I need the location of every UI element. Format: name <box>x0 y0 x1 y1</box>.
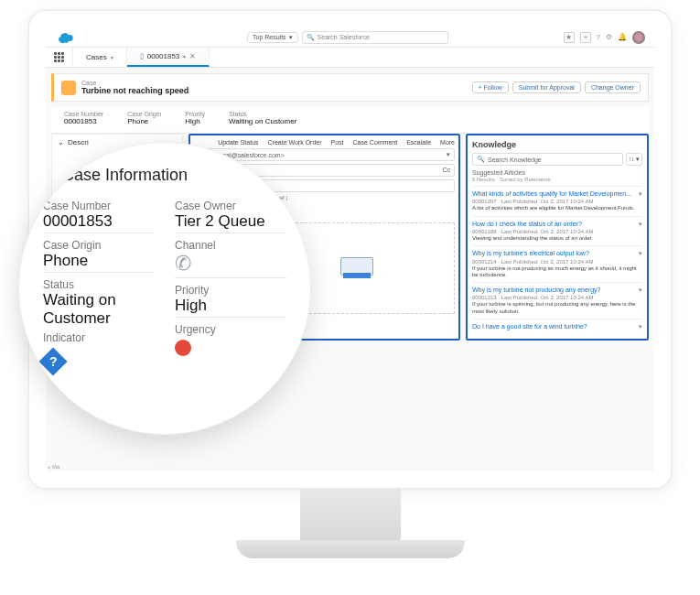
knowledge-panel: Knowledge 🔍Search Knowledge ↑↓ ▾ Suggest… <box>466 134 649 341</box>
add-icon[interactable]: ＋ <box>580 32 591 43</box>
tab-cases[interactable]: Cases▾ <box>73 48 127 67</box>
global-search-input[interactable]: 🔍Search Salesforce <box>302 31 448 44</box>
article-link[interactable]: Why is my turbine's electrical output lo… <box>472 250 642 257</box>
chevron-down-icon: ⌄ <box>58 138 64 146</box>
knowledge-article[interactable]: Why is my turbine's electrical output lo… <box>472 245 642 282</box>
lens-indicator-label: Indicator <box>43 331 155 344</box>
article-desc: A list of activities which are eligible … <box>472 205 642 211</box>
search-icon: 🔍 <box>307 34 315 41</box>
knowledge-article[interactable]: Do I have a good site for a wind turbine… <box>472 319 642 334</box>
quick-actions: Update Status Create Work Order Post Cas… <box>194 139 455 146</box>
suggested-label: Suggested Articles <box>472 169 642 176</box>
app-launcher-icon[interactable] <box>46 48 73 67</box>
lens-priority-label: Priority <box>175 284 286 297</box>
file-thumbnail-icon <box>340 257 373 276</box>
page-title: Turbine not reaching speed <box>81 86 188 95</box>
lens-urgency-label: Urgency <box>175 323 286 336</box>
action-more[interactable]: More <box>440 139 455 146</box>
priority-value: High <box>185 117 205 125</box>
lens-owner-label: Case Owner <box>175 200 286 212</box>
knowledge-article[interactable]: What kinds of activities qualify for Mar… <box>472 186 642 216</box>
tab-record-label: 00001853 <box>147 52 180 60</box>
knowledge-sort-button[interactable]: ↑↓ ▾ <box>626 153 642 166</box>
origin-value: Phone <box>127 117 161 125</box>
search-scope-dropdown[interactable]: Top Results▾ <box>247 32 298 43</box>
knowledge-search-input[interactable]: 🔍Search Knowledge <box>472 153 623 166</box>
urgency-dot-icon <box>175 340 191 356</box>
case-number-label: Case Number <box>64 111 103 117</box>
action-escalate[interactable]: Escalate <box>406 139 431 146</box>
article-link[interactable]: What kinds of activities qualify for Mar… <box>472 190 642 198</box>
zoom-lens: ⌄Case Information Case Number 00001853 C… <box>18 142 311 435</box>
record-header: Case Turbine not reaching speed + Follow… <box>51 73 649 102</box>
nav-tabs: Cases▾ ▯ 00001853 ▾ ✕ <box>46 48 654 68</box>
knowledge-article[interactable]: How do I check the status of an order?00… <box>472 216 642 246</box>
cc-label: Cc <box>442 167 450 173</box>
monitor-base <box>236 540 465 558</box>
lens-owner-value: Tier 2 Queue <box>175 212 286 233</box>
status-label: Status <box>229 111 296 117</box>
knowledge-title: Knowledge <box>472 140 642 149</box>
attached-file[interactable] <box>340 257 373 279</box>
change-owner-button[interactable]: Change Owner <box>585 81 641 93</box>
footer-text: » Ma <box>48 464 59 470</box>
notifications-icon[interactable]: 🔔 <box>618 33 627 41</box>
tab-cases-label: Cases <box>86 53 107 61</box>
follow-button[interactable]: + Follow <box>472 81 509 93</box>
article-meta: 00001213 · Last Published: Oct 2, 2017 1… <box>472 295 642 300</box>
article-meta: 00001207 · Last Published: Oct 2, 2017 1… <box>472 199 642 204</box>
lens-case-number-label: Case Number <box>43 200 155 212</box>
search-placeholder: Search Salesforce <box>318 34 370 40</box>
action-case-comment[interactable]: Case Comment <box>353 139 398 146</box>
search-scope-label: Top Results <box>253 34 286 40</box>
action-update-status[interactable]: Update Status <box>218 139 258 146</box>
global-header: Top Results▾ 🔍Search Salesforce ★ ＋ ? ⚙ … <box>46 27 654 48</box>
action-post[interactable]: Post <box>331 139 344 146</box>
chevron-down-icon[interactable]: ▾ <box>639 287 642 294</box>
origin-label: Case Origin <box>127 111 161 117</box>
priority-label: Priority <box>185 111 205 117</box>
lens-case-number-value: 00001853 <box>43 212 155 233</box>
chevron-down-icon[interactable]: ▾ <box>183 53 186 60</box>
setup-gear-icon[interactable]: ⚙ <box>606 33 612 41</box>
chevron-down-icon[interactable]: ▾ <box>639 250 642 257</box>
sort-label: 5 Results · Sorted by Relevance <box>472 177 642 182</box>
lens-origin-label: Case Origin <box>43 239 155 252</box>
search-icon: 🔍 <box>477 156 485 163</box>
case-number-value: 00001853 <box>64 117 103 125</box>
phone-icon: ✆ <box>175 252 191 275</box>
article-link[interactable]: Do I have a good site for a wind turbine… <box>472 323 642 330</box>
article-meta: 00001188 · Last Published: Oct 2, 2017 1… <box>472 229 642 234</box>
salesforce-logo-icon <box>55 31 75 44</box>
help-icon[interactable]: ? <box>597 33 600 41</box>
lens-status-value: Waiting on Customer <box>43 291 155 330</box>
chevron-down-icon[interactable]: ▾ <box>639 221 642 228</box>
chevron-down-icon[interactable]: ▾ <box>111 54 113 60</box>
status-value: Waiting on Customer <box>229 117 296 125</box>
article-desc: Viewing and understanding the status of … <box>472 235 642 242</box>
lens-origin-value: Phone <box>43 252 155 273</box>
tab-record[interactable]: ▯ 00001853 ▾ ✕ <box>127 48 210 67</box>
object-label: Case <box>81 80 188 86</box>
article-desc: If your turbine is spinning, but not pro… <box>472 301 642 314</box>
article-desc: If your turbine is not producing as much… <box>472 265 642 278</box>
close-icon[interactable]: ✕ <box>189 52 196 60</box>
case-object-icon <box>61 81 76 95</box>
chevron-down-icon[interactable]: ▾ <box>639 190 642 198</box>
lens-status-label: Status <box>43 278 155 291</box>
briefcase-icon: ▯ <box>140 52 144 60</box>
favorites-icon[interactable]: ★ <box>564 32 575 43</box>
user-avatar[interactable] <box>632 31 645 44</box>
article-link[interactable]: Why is my turbine not producing any ener… <box>472 287 642 294</box>
article-link[interactable]: How do I check the status of an order? <box>472 221 642 228</box>
knowledge-article[interactable]: Why is my turbine not producing any ener… <box>472 282 642 319</box>
article-meta: 00001214 · Last Published: Oct 2, 2017 1… <box>472 259 642 265</box>
chevron-down-icon: ▾ <box>289 34 293 41</box>
chevron-down-icon[interactable]: ▾ <box>639 323 642 330</box>
lens-channel-label: Channel <box>175 239 286 252</box>
submit-approval-button[interactable]: Submit for Approval <box>512 81 581 93</box>
highlight-fields: Case Number00001853 Case OriginPhone Pri… <box>51 107 649 134</box>
lens-priority-value: High <box>175 297 286 318</box>
monitor-stand <box>300 488 401 543</box>
action-create-work-order[interactable]: Create Work Order <box>268 139 322 146</box>
